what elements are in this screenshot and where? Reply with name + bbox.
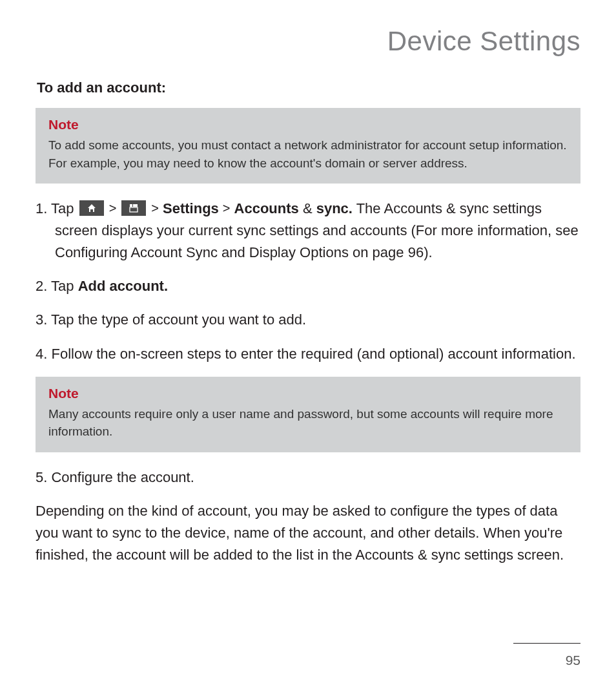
page-number: 95: [566, 653, 580, 668]
note-body: Many accounts require only a user name a…: [48, 405, 568, 441]
note-box-2: Note Many accounts require only a user n…: [36, 377, 580, 452]
section-heading: To add an account:: [37, 79, 580, 96]
svg-rect-2: [130, 207, 138, 212]
step2-bold: Add account.: [78, 278, 168, 294]
breadcrumb-sep: >: [109, 201, 117, 215]
note-box-1: Note To add some accounts, you must cont…: [36, 108, 580, 184]
breadcrumb-sep: >: [151, 201, 159, 215]
step2-pre: Tap: [51, 278, 78, 294]
step-1: Tap >>Settings>Accounts & sync. The Acco…: [36, 198, 580, 264]
step-3: Tap the type of account you want to add.: [36, 309, 580, 331]
amp: &: [299, 200, 316, 216]
step-2: Tap Add account.: [36, 275, 580, 297]
svg-rect-0: [130, 204, 132, 207]
svg-rect-1: [133, 204, 138, 207]
note-body: To add some accounts, you must contact a…: [48, 136, 568, 172]
footer-rule: [513, 643, 580, 644]
step-4: Follow the on-screen steps to enter the …: [36, 343, 580, 365]
steps-list: Tap >>Settings>Accounts & sync. The Acco…: [36, 198, 580, 365]
page-title: Device Settings: [36, 26, 580, 57]
manual-page: Device Settings To add an account: Note …: [0, 0, 616, 694]
apps-button-icon: [121, 200, 146, 216]
note-label: Note: [48, 386, 568, 401]
step1-pre: Tap: [51, 200, 78, 216]
closing-paragraph: Depending on the kind of account, you ma…: [36, 500, 580, 566]
breadcrumb-sync: sync.: [316, 200, 353, 216]
step-5: 5. Configure the account.: [36, 467, 580, 489]
breadcrumb-accounts: Accounts: [234, 200, 299, 216]
breadcrumb-sep: >: [223, 201, 231, 215]
breadcrumb-settings: Settings: [163, 200, 219, 216]
note-label: Note: [48, 117, 568, 132]
home-button-icon: [79, 200, 104, 216]
